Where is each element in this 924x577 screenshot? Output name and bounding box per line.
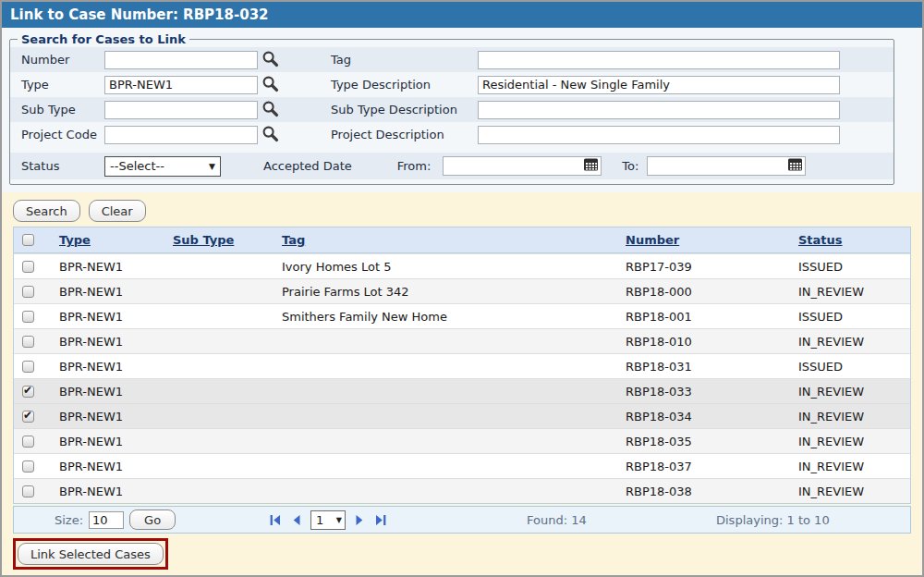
- form-row-project-code: Project Code Project Description: [10, 122, 894, 147]
- cell-type: BPR-NEW1: [52, 310, 165, 324]
- table-row[interactable]: BPR-NEW1 RBP18-035 IN_REVIEW: [14, 428, 910, 453]
- table-row[interactable]: BPR-NEW1 RBP18-033 IN_REVIEW: [14, 378, 910, 403]
- row-checkbox[interactable]: [22, 361, 34, 373]
- link-selected-cases-button[interactable]: Link Selected Cases: [18, 543, 164, 565]
- table-row[interactable]: BPR-NEW1 RBP18-034 IN_REVIEW: [14, 403, 910, 428]
- cell-type: BPR-NEW1: [52, 435, 165, 448]
- status-select[interactable]: --Select-- ▼: [104, 156, 221, 177]
- tag-input[interactable]: [478, 51, 840, 69]
- row-checkbox[interactable]: [22, 411, 34, 423]
- type-label: Type: [21, 78, 104, 92]
- highlight-annotation: Link Selected Cases: [13, 538, 168, 570]
- magnifier-icon: [261, 50, 279, 70]
- first-page-icon[interactable]: [268, 513, 282, 527]
- form-row-subtype: Sub Type Sub Type Description: [10, 97, 894, 122]
- type-input[interactable]: [104, 76, 258, 94]
- row-checkbox[interactable]: [22, 386, 34, 398]
- calendar-icon[interactable]: [787, 157, 803, 175]
- next-page-icon[interactable]: [353, 513, 367, 527]
- cell-status: IN_REVIEW: [791, 410, 910, 424]
- row-checkbox[interactable]: [22, 261, 34, 273]
- number-label: Number: [21, 53, 104, 67]
- page-title: Link to Case Number: RBP18-032: [2, 2, 922, 28]
- results-table: Type Sub Type Tag Number Status BPR-NEW1…: [13, 227, 911, 504]
- cell-number: RBP18-010: [618, 335, 791, 349]
- accepted-date-to-field: [647, 156, 806, 176]
- cell-status: IN_REVIEW: [791, 335, 910, 349]
- page-select-control[interactable]: 1: [311, 511, 345, 529]
- subtype-description-input[interactable]: [478, 101, 840, 119]
- cell-number: RBP18-000: [618, 285, 791, 299]
- type-description-input[interactable]: [478, 76, 840, 94]
- table-row[interactable]: BPR-NEW1 RBP18-037 IN_REVIEW: [14, 453, 910, 478]
- cell-type: BPR-NEW1: [52, 335, 165, 349]
- cell-type: BPR-NEW1: [52, 410, 165, 424]
- page-select[interactable]: 1 ▼: [310, 510, 346, 530]
- column-header-tag[interactable]: Tag: [274, 233, 618, 247]
- cell-number: RBP18-038: [618, 485, 791, 498]
- previous-page-icon[interactable]: [289, 513, 303, 527]
- select-all-checkbox[interactable]: [22, 234, 34, 246]
- number-input[interactable]: [104, 51, 258, 69]
- status-select-control[interactable]: --Select--: [105, 157, 220, 176]
- subtype-input[interactable]: [104, 101, 258, 119]
- search-button[interactable]: Search: [13, 200, 80, 222]
- cell-number: RBP18-035: [618, 435, 791, 448]
- number-lookup-button[interactable]: [258, 50, 286, 70]
- table-row[interactable]: BPR-NEW1 Prairie Farms Lot 342 RBP18-000…: [14, 278, 910, 303]
- found-count: Found: 14: [527, 513, 587, 527]
- magnifier-icon: [261, 75, 279, 95]
- subtype-lookup-button[interactable]: [258, 100, 286, 120]
- cell-status: IN_REVIEW: [791, 485, 910, 498]
- row-checkbox[interactable]: [22, 286, 34, 298]
- accepted-date-to-input[interactable]: [648, 157, 787, 175]
- accepted-date-from-input[interactable]: [444, 157, 583, 175]
- page-size-label: Size:: [55, 513, 83, 527]
- table-row[interactable]: BPR-NEW1 RBP18-038 IN_REVIEW: [14, 478, 910, 503]
- cell-number: RBP17-039: [618, 260, 791, 274]
- cell-status: IN_REVIEW: [791, 385, 910, 399]
- row-checkbox[interactable]: [22, 460, 34, 473]
- type-lookup-button[interactable]: [258, 75, 286, 95]
- last-page-icon[interactable]: [374, 513, 388, 527]
- go-button[interactable]: Go: [129, 509, 176, 530]
- column-header-subtype[interactable]: Sub Type: [165, 233, 274, 247]
- project-code-input[interactable]: [104, 126, 258, 144]
- row-checkbox[interactable]: [22, 311, 34, 323]
- cell-type: BPR-NEW1: [52, 385, 165, 399]
- table-row[interactable]: BPR-NEW1 Ivory Homes Lot 5 RBP17-039 ISS…: [14, 253, 910, 278]
- table-row[interactable]: BPR-NEW1 RBP18-010 IN_REVIEW: [14, 328, 910, 353]
- calendar-icon[interactable]: [583, 157, 599, 175]
- row-checkbox[interactable]: [22, 336, 34, 348]
- accepted-date-to-label: To:: [622, 159, 638, 173]
- cell-type: BPR-NEW1: [52, 360, 165, 374]
- table-row[interactable]: BPR-NEW1 RBP18-031 ISSUED: [14, 353, 910, 378]
- clear-button[interactable]: Clear: [89, 200, 146, 222]
- status-label: Status: [21, 159, 104, 173]
- column-header-status[interactable]: Status: [791, 233, 910, 247]
- cell-number: RBP18-037: [618, 460, 791, 473]
- cell-type: BPR-NEW1: [52, 460, 165, 473]
- magnifier-icon: [261, 100, 279, 120]
- row-checkbox[interactable]: [22, 436, 34, 448]
- accepted-date-from-label: From:: [397, 159, 432, 173]
- cell-tag: Smithers Family New Home: [274, 310, 618, 324]
- cell-status: ISSUED: [791, 310, 910, 324]
- cell-number: RBP18-031: [618, 360, 791, 374]
- link-cases-window: Link to Case Number: RBP18-032 Search fo…: [0, 0, 924, 577]
- table-body: BPR-NEW1 Ivory Homes Lot 5 RBP17-039 ISS…: [14, 253, 910, 503]
- page-size-input[interactable]: [89, 511, 124, 529]
- type-description-label: Type Description: [331, 78, 478, 92]
- cell-status: IN_REVIEW: [791, 435, 910, 448]
- table-row[interactable]: BPR-NEW1 Smithers Family New Home RBP18-…: [14, 303, 910, 328]
- project-code-lookup-button[interactable]: [258, 125, 286, 145]
- magnifier-icon: [261, 125, 279, 145]
- search-fieldset: Search for Cases to Link Number Tag Type: [9, 32, 894, 185]
- column-header-type[interactable]: Type: [52, 233, 165, 247]
- cell-tag: Prairie Farms Lot 342: [274, 285, 618, 299]
- cell-status: IN_REVIEW: [791, 285, 910, 299]
- row-checkbox[interactable]: [22, 485, 34, 497]
- column-header-number[interactable]: Number: [618, 233, 791, 247]
- project-description-input[interactable]: [478, 126, 840, 144]
- search-panel: Search for Cases to Link Number Tag Type: [2, 28, 922, 192]
